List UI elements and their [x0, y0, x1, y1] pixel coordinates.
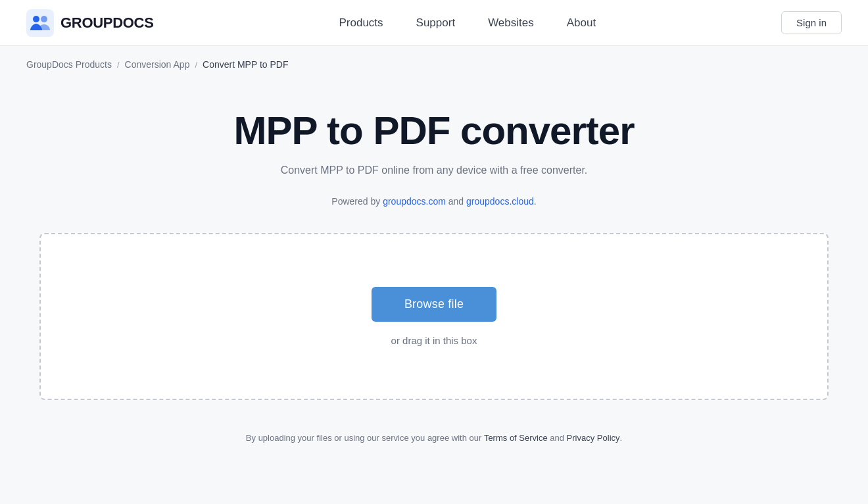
- main-nav: Products Support Websites About: [339, 16, 596, 30]
- footer-suffix: .: [620, 433, 623, 443]
- groupdocs-com-link[interactable]: groupdocs.com: [383, 196, 446, 207]
- powered-by-prefix: Powered by: [331, 196, 383, 207]
- breadcrumb-sep-1: /: [117, 60, 120, 70]
- footer-prefix: By uploading your files or using our ser…: [246, 433, 484, 443]
- breadcrumb-sep-2: /: [195, 60, 197, 70]
- browse-file-button[interactable]: Browse file: [372, 287, 496, 322]
- upload-dropzone[interactable]: Browse file or drag it in this box: [39, 233, 829, 400]
- breadcrumb-current: Convert MPP to PDF: [203, 59, 288, 70]
- nav-websites[interactable]: Websites: [488, 16, 534, 30]
- drag-drop-text: or drag it in this box: [391, 335, 477, 346]
- breadcrumb: GroupDocs Products / Conversion App / Co…: [0, 46, 868, 83]
- groupdocs-logo-icon: [26, 9, 54, 37]
- svg-point-2: [41, 16, 47, 22]
- svg-rect-0: [26, 9, 54, 37]
- header: GROUPDOCS Products Support Websites Abou…: [0, 0, 868, 46]
- groupdocs-cloud-link[interactable]: groupdocs.cloud: [466, 196, 534, 207]
- powered-by-middle: and: [446, 196, 466, 207]
- page-title: MPP to PDF converter: [233, 109, 634, 153]
- footer-legal-text: By uploading your files or using our ser…: [246, 433, 622, 443]
- footer-middle: and: [548, 433, 567, 443]
- logo[interactable]: GROUPDOCS: [26, 9, 154, 37]
- breadcrumb-groupdocs-products[interactable]: GroupDocs Products: [26, 59, 112, 70]
- powered-by-suffix: .: [534, 196, 537, 207]
- nav-support[interactable]: Support: [416, 16, 456, 30]
- nav-products[interactable]: Products: [339, 16, 383, 30]
- main-content: MPP to PDF converter Convert MPP to PDF …: [0, 83, 868, 482]
- breadcrumb-conversion-app[interactable]: Conversion App: [125, 59, 190, 70]
- nav-about[interactable]: About: [567, 16, 596, 30]
- terms-of-service-link[interactable]: Terms of Service: [484, 433, 548, 443]
- privacy-policy-link[interactable]: Privacy Policy: [567, 433, 620, 443]
- logo-text: GROUPDOCS: [60, 14, 154, 32]
- powered-by: Powered by groupdocs.com and groupdocs.c…: [331, 196, 536, 207]
- sign-in-button[interactable]: Sign in: [781, 11, 842, 34]
- svg-point-1: [33, 16, 39, 22]
- page-subtitle: Convert MPP to PDF online from any devic…: [281, 164, 588, 176]
